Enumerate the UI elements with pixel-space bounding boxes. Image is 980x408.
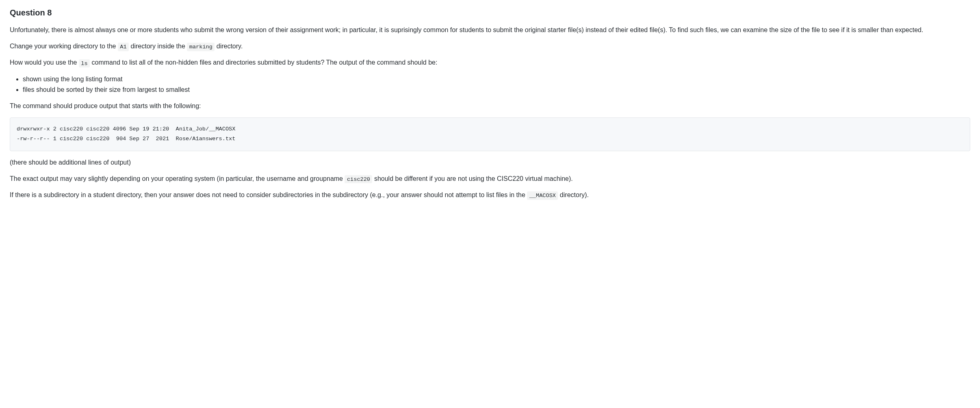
paragraph-change-dir: Change your working directory to the A1 …	[10, 41, 970, 51]
paragraph-intro: Unfortunately, there is almost always on…	[10, 25, 970, 35]
text-segment: directory inside the	[129, 43, 187, 50]
paragraph-output-intro: The command should produce output that s…	[10, 101, 970, 111]
paragraph-output-vary: The exact output may vary slightly depen…	[10, 174, 970, 184]
text-segment: command to list all of the non-hidden fi…	[90, 59, 437, 66]
text-segment: How would you use the	[10, 59, 79, 66]
code-block-output: drwxrwxr-x 2 cisc220 cisc220 4096 Sep 19…	[10, 117, 970, 151]
code-ls: ls	[79, 59, 90, 67]
paragraph-subdir-note: If there is a subdirectory in a student …	[10, 190, 970, 200]
code-cisc220: cisc220	[345, 175, 372, 183]
code-a1: A1	[118, 43, 129, 51]
paragraph-ls-question: How would you use the ls command to list…	[10, 58, 970, 67]
question-heading: Question 8	[10, 7, 970, 19]
text-segment: should be different if you are not using…	[372, 175, 572, 182]
text-segment: The exact output may vary slightly depen…	[10, 175, 345, 182]
text-segment: If there is a subdirectory in a student …	[10, 191, 527, 198]
requirements-list: shown using the long listing format file…	[10, 74, 970, 95]
text-segment: directory.	[215, 43, 243, 50]
code-macosx: __MACOSX	[527, 191, 558, 200]
list-item: shown using the long listing format	[23, 74, 970, 84]
paragraph-more-lines: (there should be additional lines of out…	[10, 158, 970, 167]
code-marking: marking	[187, 43, 215, 51]
text-segment: Change your working directory to the	[10, 43, 118, 50]
text-segment: directory).	[558, 191, 589, 198]
list-item: files should be sorted by their size fro…	[23, 85, 970, 95]
